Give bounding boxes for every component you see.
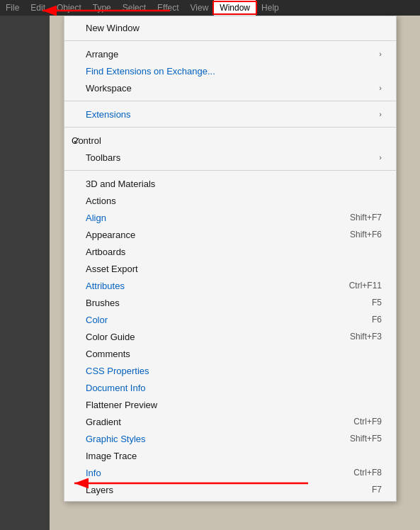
menu-item-arrange[interactable]: Arrange › <box>64 45 396 62</box>
menu-section-3: Extensions › <box>64 103 396 125</box>
menu-item-actions[interactable]: Actions <box>64 192 396 209</box>
menu-item-gradient[interactable]: Gradient Ctrl+F9 <box>64 413 396 430</box>
menu-item-help[interactable]: Help <box>256 3 285 13</box>
menu-item-attributes[interactable]: Attributes Ctrl+F11 <box>64 277 396 294</box>
menu-section-5: 3D and Materials Actions Align Shift+F7 … <box>64 172 396 501</box>
red-arrow-top <box>35 4 177 18</box>
window-dropdown-menu: New Window Arrange › Find Extensions on … <box>64 16 397 502</box>
menu-section-1: New Window <box>64 16 396 39</box>
menu-item-brushes[interactable]: Brushes F5 <box>64 294 396 311</box>
menu-item-workspace[interactable]: Workspace › <box>64 79 396 96</box>
menu-item-file[interactable]: File <box>0 3 25 13</box>
menu-item-image-trace[interactable]: Image Trace <box>64 447 396 464</box>
menu-item-window[interactable]: Window <box>214 0 256 16</box>
menu-item-extensions[interactable]: Extensions › <box>64 106 396 123</box>
divider-1 <box>64 40 396 41</box>
menu-section-2: Arrange › Find Extensions on Exchange...… <box>64 43 396 99</box>
menu-item-color[interactable]: Color F6 <box>64 311 396 328</box>
menu-item-comments[interactable]: Comments <box>64 345 396 362</box>
menu-item-toolbars[interactable]: Toolbars › <box>64 149 396 166</box>
menu-item-new-window[interactable]: New Window <box>64 19 396 36</box>
divider-2 <box>64 101 396 101</box>
menu-item-asset-export[interactable]: Asset Export <box>64 260 396 277</box>
menu-section-4: ✓ Control Toolbars › <box>64 129 396 169</box>
check-icon: ✓ <box>73 135 81 146</box>
left-toolbar-panel <box>0 0 50 530</box>
divider-3 <box>64 127 396 128</box>
menu-item-align[interactable]: Align Shift+F7 <box>64 209 396 226</box>
menu-item-document-info[interactable]: Document Info <box>64 379 396 396</box>
divider-4 <box>64 170 396 171</box>
menu-item-control[interactable]: ✓ Control <box>64 132 396 149</box>
menu-item-3d-materials[interactable]: 3D and Materials <box>64 175 396 192</box>
menu-item-artboards[interactable]: Artboards <box>64 243 396 260</box>
menu-item-color-guide[interactable]: Color Guide Shift+F3 <box>64 328 396 345</box>
window-menu-red-indicator <box>212 1 257 15</box>
menu-item-view[interactable]: View <box>185 3 215 13</box>
menu-item-graphic-styles[interactable]: Graphic Styles Shift+F5 <box>64 430 396 447</box>
red-arrow-image-trace <box>67 476 315 490</box>
menu-item-find-extensions[interactable]: Find Extensions on Exchange... <box>64 62 396 79</box>
menu-item-flattener-preview[interactable]: Flattener Preview <box>64 396 396 413</box>
menu-item-css-properties[interactable]: CSS Properties <box>64 362 396 379</box>
menu-item-appearance[interactable]: Appearance Shift+F6 <box>64 226 396 243</box>
